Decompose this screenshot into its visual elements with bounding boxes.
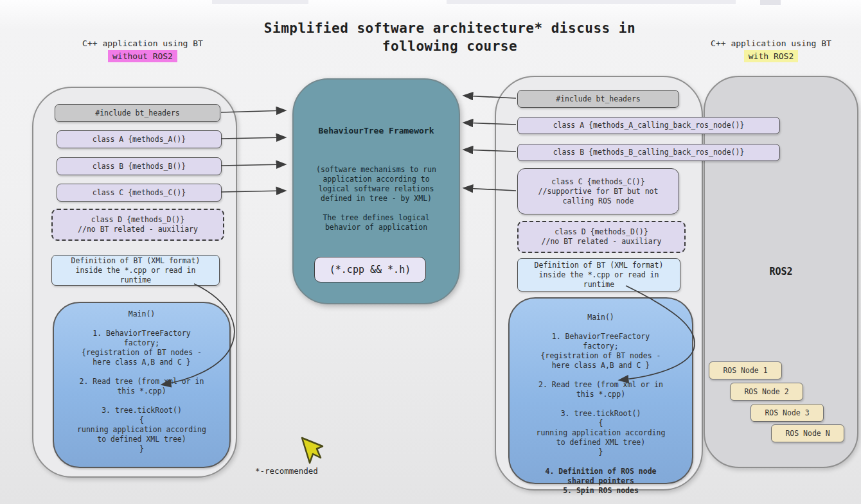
left-class-c-box: class C {methods_C()} [57, 184, 222, 202]
left-header-line1: C++ application using BT [53, 37, 233, 49]
framework-files-box: (*.cpp && *.h) [314, 257, 426, 282]
recommended-footnote: *-recommended [255, 466, 318, 476]
right-column-header: C++ application using BT with ROS2 [681, 37, 861, 62]
slide-canvas: { "title": "Simplified software architec… [0, 0, 861, 504]
right-class-d-box: class D {methods_D()} //no BT related - … [517, 221, 686, 253]
ros-node-1: ROS Node 1 [709, 361, 782, 379]
left-bt-definition-box: Definition of BT (XML format) inside the… [51, 255, 220, 286]
left-class-d-box: class D {methods_D()} //no BT related - … [51, 209, 224, 241]
behaviourtree-framework-box: BehaviourTree Framework (software mechan… [292, 78, 460, 304]
with-ros2-highlight: with ROS2 [744, 50, 798, 62]
left-main-code: Main() 1. BehaviorTreeFactory factory; {… [54, 309, 229, 454]
right-main-code-ros-steps: 4. Definition of ROS node shared pointer… [510, 467, 692, 496]
left-class-a-box: class A {methods_A()} [57, 130, 222, 148]
ros-node-2: ROS Node 2 [730, 383, 803, 401]
slide-title: Simplified software architecture* discus… [218, 19, 681, 55]
right-include-box: #include bt_headers [517, 90, 679, 108]
right-class-b-box: class B {methods_B_calling_back_ros_node… [517, 144, 780, 161]
framework-description: (software mechanisms to run application … [294, 165, 459, 232]
ros2-title: ROS2 [705, 266, 857, 277]
left-main-box: Main() 1. BehaviorTreeFactory factory; {… [53, 302, 231, 468]
right-class-c-box: class C {methods_C()} //supportive for B… [517, 168, 679, 214]
right-header-line1: C++ application using BT [681, 37, 861, 49]
without-ros2-highlight: without ROS2 [108, 50, 177, 62]
top-edge-artifact [212, 0, 308, 4]
right-main-box: Main() 1. BehaviorTreeFactory factory; {… [508, 297, 693, 484]
left-class-b-box: class B {methods_B()} [57, 157, 222, 175]
ros-node-n: ROS Node N [771, 424, 844, 442]
right-bt-definition-box: Definition of BT (XML format) inside the… [517, 258, 680, 291]
top-edge-artifact [447, 0, 736, 4]
right-main-code: Main() 1. BehaviorTreeFactory factory; {… [510, 303, 692, 504]
framework-title: BehaviourTree Framework [294, 126, 459, 135]
ros-node-3: ROS Node 3 [750, 404, 824, 422]
top-edge-artifact [760, 0, 781, 5]
right-class-a-box: class A {methods_A_calling_back_ros_node… [517, 117, 780, 134]
left-column-header: C++ application using BT without ROS2 [53, 37, 233, 62]
right-main-code-body: Main() 1. BehaviorTreeFactory factory; {… [510, 313, 692, 457]
left-include-box: #include bt_headers [55, 104, 220, 122]
